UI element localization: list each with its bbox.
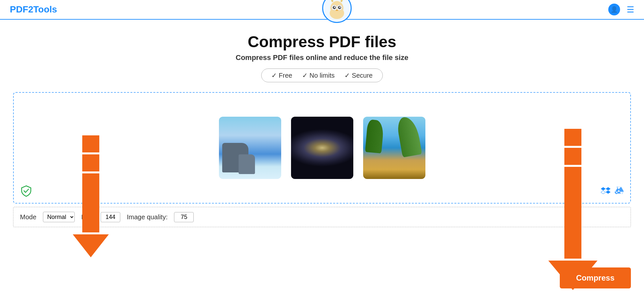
orange-square-right-mid: [564, 148, 581, 165]
compress-button[interactable]: Compress: [560, 267, 631, 288]
galaxy-image: [291, 117, 353, 179]
title-area: Compress PDF files Compress PDF files on…: [0, 33, 644, 62]
google-drive-icon[interactable]: [614, 186, 624, 198]
thumbnail-tropical: [363, 117, 425, 179]
orange-square-bottom: [82, 154, 99, 171]
header: PDF2Tools 👤 ☰: [0, 0, 644, 20]
sub-title: Compress PDF files online and reduce the…: [0, 53, 644, 62]
feature-badge: ✓ Free ✓ No limits ✓ Secure: [261, 69, 383, 82]
badge-free: ✓ Free: [271, 71, 292, 79]
cloud-icons[interactable]: [601, 186, 624, 198]
left-arrow-indicator: [73, 135, 109, 257]
security-icon: [20, 185, 32, 198]
thumbnail-galaxy: [291, 117, 353, 179]
arrow-shaft-left: [82, 173, 99, 232]
right-arrow-indicator: [548, 129, 597, 290]
badge-nolimits: ✓ No limits: [302, 71, 335, 79]
tropical-image: [363, 117, 425, 179]
header-right: 👤 ☰: [608, 4, 634, 15]
orange-square-right-top: [564, 129, 581, 146]
badge-secure: ✓ Secure: [344, 71, 373, 79]
main-title: Compress PDF files: [0, 33, 644, 51]
thumbnail-ocean: [219, 117, 281, 179]
mascot-image: [324, 0, 350, 21]
arrow-shaft-right: [564, 167, 581, 259]
mode-label: Mode: [20, 213, 36, 221]
ocean-image: [219, 117, 281, 179]
mascot: [322, 0, 352, 23]
badge-area: ✓ Free ✓ No limits ✓ Secure: [0, 69, 644, 82]
images-row: [219, 117, 425, 179]
logo: PDF2Tools: [10, 4, 57, 15]
mode-select[interactable]: Normal Low High: [43, 212, 75, 222]
user-icon[interactable]: 👤: [608, 4, 620, 15]
shield-icon: [20, 185, 32, 197]
orange-square-top: [82, 135, 99, 152]
svg-point-6: [334, 7, 335, 8]
dropbox-icon[interactable]: [601, 186, 611, 198]
arrow-head-left: [73, 234, 109, 257]
quality-label: Image quality:: [127, 213, 168, 221]
dropzone[interactable]: [13, 92, 631, 204]
menu-icon[interactable]: ☰: [627, 5, 634, 15]
quality-input[interactable]: [174, 212, 194, 222]
svg-point-7: [339, 7, 341, 8]
svg-marker-9: [330, 0, 334, 2]
svg-marker-10: [340, 0, 343, 2]
